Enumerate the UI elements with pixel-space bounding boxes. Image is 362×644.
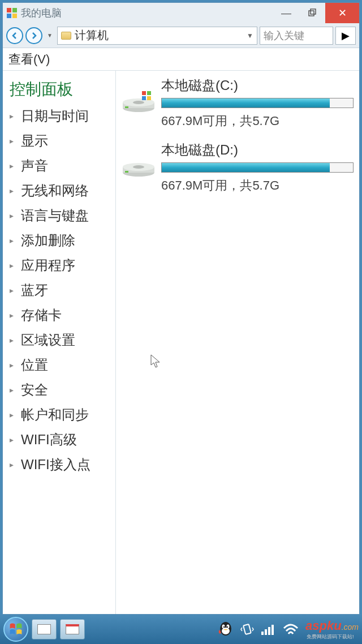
wifi-icon[interactable] <box>282 622 300 636</box>
titlebar[interactable]: 我的电脑 — ✕ <box>3 3 359 23</box>
sidebar-item[interactable]: ▸语言与键盘 <box>3 203 115 228</box>
drive-info: 667.9M可用，共5.7G <box>161 113 354 130</box>
sidebar-item[interactable]: ▸添加删除 <box>3 228 115 253</box>
sidebar-item-label: 日期与时间 <box>21 107 89 125</box>
svg-point-9 <box>133 101 144 104</box>
svg-point-21 <box>222 628 230 634</box>
sidebar-item-label: 安全 <box>21 381 48 399</box>
sidebar-item[interactable]: ▸存储卡 <box>3 303 115 328</box>
forward-button[interactable] <box>25 27 42 44</box>
sidebar-item[interactable]: ▸安全 <box>3 377 115 402</box>
navigation-bar: ▼ 计算机 ▼ 输入关键 ▶ <box>3 23 359 48</box>
signal-icon[interactable] <box>260 622 276 636</box>
chevron-right-icon: ▸ <box>10 360 16 370</box>
address-dropdown-icon[interactable]: ▼ <box>247 32 253 40</box>
watermark: aspku.com 免费网站源码下载站! <box>305 619 359 641</box>
sidebar-title: 控制面板 <box>3 75 115 104</box>
svg-rect-30 <box>272 625 274 635</box>
storage-bar <box>161 98 354 108</box>
sidebar-item[interactable]: ▸WIFI接入点 <box>3 452 115 477</box>
chevron-right-icon: ▸ <box>10 410 16 419</box>
arrow-right-icon <box>30 32 38 40</box>
sidebar-item-label: 语言与键盘 <box>21 207 89 225</box>
storage-bar <box>161 162 354 173</box>
system-tray: aspku.com 免费网站源码下载站! <box>217 619 359 641</box>
chevron-right-icon: ▸ <box>10 286 16 295</box>
sidebar-item-label: 帐户和同步 <box>21 406 89 424</box>
svg-rect-19 <box>125 171 128 173</box>
chevron-right-icon: ▸ <box>10 460 16 469</box>
start-button[interactable] <box>3 617 28 642</box>
vibrate-icon[interactable] <box>240 622 255 637</box>
sidebar-item[interactable]: ▸区域设置 <box>3 328 115 353</box>
svg-rect-29 <box>268 627 270 635</box>
back-button[interactable] <box>6 27 23 44</box>
sidebar: 控制面板 ▸日期与时间▸显示▸声音▸无线和网络▸语言与键盘▸添加删除▸应用程序▸… <box>3 71 116 614</box>
svg-rect-26 <box>243 624 251 634</box>
content-area: 控制面板 ▸日期与时间▸显示▸声音▸无线和网络▸语言与键盘▸添加删除▸应用程序▸… <box>3 71 359 614</box>
window-title: 我的电脑 <box>21 6 273 20</box>
svg-rect-11 <box>142 91 146 95</box>
svg-rect-5 <box>311 9 316 14</box>
cursor-icon <box>150 354 161 368</box>
drive-info: 667.9M可用，共5.7G <box>161 177 354 194</box>
drive-icon <box>122 152 156 177</box>
chevron-right-icon: ▸ <box>10 435 16 444</box>
chevron-right-icon: ▸ <box>10 261 16 270</box>
address-bar[interactable]: 计算机 ▼ <box>57 27 257 45</box>
search-input[interactable]: 输入关键 <box>260 27 333 45</box>
chevron-right-icon: ▸ <box>10 311 16 320</box>
sidebar-item-label: 位置 <box>21 356 48 374</box>
go-button[interactable]: ▶ <box>335 27 356 45</box>
play-icon: ▶ <box>342 29 350 42</box>
qq-icon[interactable] <box>217 621 234 638</box>
svg-point-23 <box>227 625 230 629</box>
sidebar-item-label: 存储卡 <box>21 306 62 324</box>
sidebar-item-label: 显示 <box>21 132 48 150</box>
history-dropdown[interactable]: ▼ <box>45 32 55 38</box>
chevron-right-icon: ▸ <box>10 111 16 121</box>
svg-rect-3 <box>12 14 17 18</box>
chevron-right-icon: ▸ <box>10 336 16 345</box>
sidebar-item-label: 应用程序 <box>21 256 75 274</box>
svg-point-25 <box>227 626 228 628</box>
sidebar-item[interactable]: ▸帐户和同步 <box>3 402 115 427</box>
sidebar-item-label: 区域设置 <box>21 331 75 349</box>
sidebar-item[interactable]: ▸日期与时间 <box>3 104 115 128</box>
chevron-right-icon: ▸ <box>10 385 16 394</box>
sidebar-item[interactable]: ▸位置 <box>3 353 115 377</box>
taskbar-app-2[interactable] <box>60 619 85 639</box>
svg-rect-0 <box>7 8 11 12</box>
taskbar-app-1[interactable] <box>32 619 57 639</box>
sidebar-item[interactable]: ▸显示 <box>3 128 115 153</box>
svg-rect-1 <box>12 8 17 12</box>
menu-view[interactable]: 查看(V) <box>8 51 50 68</box>
sidebar-item[interactable]: ▸WIFI高级 <box>3 427 115 452</box>
windows-logo-icon <box>6 7 18 19</box>
sidebar-item-label: 声音 <box>21 157 48 175</box>
drive-title: 本地磁盘(C:) <box>161 76 354 95</box>
sidebar-item[interactable]: ▸蓝牙 <box>3 278 115 303</box>
chevron-right-icon: ▸ <box>10 186 16 195</box>
sidebar-item-label: 蓝牙 <box>21 281 48 299</box>
svg-rect-27 <box>261 632 264 635</box>
svg-rect-13 <box>142 96 146 100</box>
maximize-button[interactable] <box>299 3 325 23</box>
sidebar-item[interactable]: ▸无线和网络 <box>3 178 115 203</box>
explorer-window: 我的电脑 — ✕ ▼ 计算机 ▼ 输入关键 ▶ 查看(V) 控制 <box>2 2 360 615</box>
svg-rect-2 <box>7 14 11 18</box>
svg-rect-10 <box>125 106 128 108</box>
svg-rect-4 <box>309 11 314 16</box>
minimize-button[interactable]: — <box>273 3 299 23</box>
menu-bar: 查看(V) <box>3 48 359 71</box>
svg-rect-28 <box>265 629 267 635</box>
svg-point-18 <box>133 165 144 169</box>
drive-item[interactable]: 本地磁盘(C:) 667.9M可用，共5.7G <box>122 76 354 130</box>
drive-icon <box>122 88 156 113</box>
drive-item[interactable]: 本地磁盘(D:) 667.9M可用，共5.7G <box>122 141 354 194</box>
close-button[interactable]: ✕ <box>325 3 359 23</box>
sidebar-item[interactable]: ▸应用程序 <box>3 253 115 278</box>
drive-title: 本地磁盘(D:) <box>161 141 354 159</box>
svg-rect-14 <box>147 96 151 100</box>
sidebar-item[interactable]: ▸声音 <box>3 153 115 178</box>
